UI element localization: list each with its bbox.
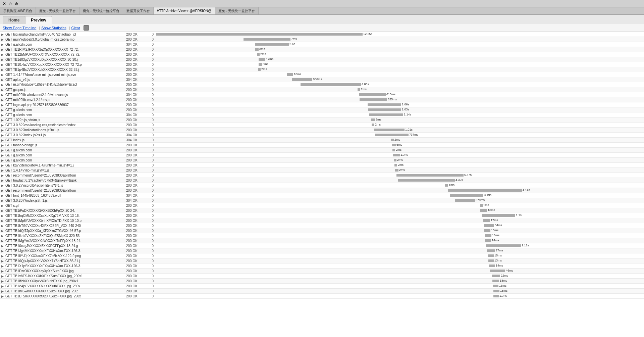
- expand-cell[interactable]: ▶: [0, 173, 5, 178]
- show-page-timeline-link[interactable]: Show Page Timeline: [3, 26, 36, 30]
- expand-cell[interactable]: ▶: [0, 203, 5, 208]
- expand-cell[interactable]: ▶: [0, 284, 5, 289]
- table-row[interactable]: ▶GET index.js304 OK02ms: [0, 138, 644, 143]
- expand-cell[interactable]: ▶: [0, 92, 5, 97]
- table-row[interactable]: ▶GET gccpm.js200 OK02ms: [0, 87, 644, 92]
- expand-cell[interactable]: ▶: [0, 97, 5, 102]
- table-row[interactable]: ▶GET mtb??lib-env/1.2.1/env.js200 OK0625…: [0, 97, 644, 102]
- table-row[interactable]: ▶GET TB1Jg4MKXXXXXcqXFXXHwXm.FXX-126-3.2…: [0, 248, 644, 253]
- expand-cell[interactable]: ▶: [0, 158, 5, 163]
- expand-cell[interactable]: ▶: [0, 263, 5, 269]
- table-row[interactable]: ▶GET TB1p4BcJVXXXXckXXXXXXXXXXX-32-32.j2…: [0, 67, 644, 72]
- table-row[interactable]: ▶GET TB16QjxJpXXXXbVXVXX1Y5oHFXX-56-21.j…: [0, 258, 644, 263]
- expand-cell[interactable]: ▶: [0, 153, 5, 158]
- expand-cell[interactable]: ▶: [0, 72, 5, 77]
- table-row[interactable]: ▶GET g.alicdn.com304 OK01.14s: [0, 112, 644, 117]
- expand-cell[interactable]: ▶: [0, 218, 5, 223]
- table-row[interactable]: ▶GET TB1DzrOKXXXXXayXpXXSutbFXXX.jpg200 …: [0, 269, 644, 274]
- table-row[interactable]: ▶GET TB1ikrbJVXXXXaZXFXXQuZSMpXX-320-532…: [0, 233, 644, 238]
- expand-cell[interactable]: ▶: [0, 248, 5, 253]
- expand-cell[interactable]: ▶: [0, 102, 5, 107]
- table-row[interactable]: ▶GET TB1LTSlKXXXXXbfXpXXSutbFXXX.jpg_290…: [0, 294, 644, 299]
- table-row[interactable]: ▶GET g.alicdn.com304 OK02.6s: [0, 42, 644, 47]
- table-row[interactable]: ▶GET TB1MgYmJVXXXXcWXXXXlTqFFpXX-18-24.2…: [0, 238, 644, 243]
- expand-cell[interactable]: ▶: [0, 243, 5, 248]
- table-row[interactable]: ▶GET recommend?userId=2183203830&platfor…: [0, 173, 644, 178]
- expand-cell[interactable]: ▶: [0, 188, 5, 193]
- expand-cell[interactable]: ▶: [0, 294, 5, 299]
- table-row[interactable]: ▶GET g.alicdn.com200 OK02ms: [0, 158, 644, 163]
- table-row[interactable]: ▶GET tmwlact.6.1?cache=7c7fd34&gmkey=&go…: [0, 178, 644, 183]
- table-row[interactable]: ▶GET aplus_v2.js304 OK0836ms: [0, 77, 644, 82]
- table-row[interactable]: ▶GET biqianghuichang?ttid=700407@taobao_…: [0, 32, 644, 37]
- expand-cell[interactable]: ▶: [0, 128, 5, 133]
- expand-cell[interactable]: ▶: [0, 148, 5, 153]
- expand-cell[interactable]: ▶: [0, 183, 5, 188]
- table-row[interactable]: ▶GET font_1445492603_1634889.woff304 OK0…: [0, 193, 644, 198]
- expand-cell[interactable]: ▶: [0, 57, 5, 62]
- expand-cell[interactable]: ▶: [0, 117, 5, 123]
- tab-preview[interactable]: Preview: [25, 16, 52, 24]
- expand-cell[interactable]: ▶: [0, 168, 5, 173]
- expand-cell[interactable]: ▶: [0, 62, 5, 67]
- expand-cell[interactable]: ▶: [0, 67, 5, 72]
- table-row[interactable]: ▶GET TB1x8ESJVXXXXbXFXXSutbFXXX.jpg_290x…: [0, 274, 644, 279]
- table-row[interactable]: ▶GET taobao-bridge.js200 OK05ms: [0, 143, 644, 148]
- expand-cell[interactable]: ▶: [0, 42, 5, 47]
- table-row[interactable]: ▶GET TB10.4aJVXXXXbpXXXXXXXXXXXX-72-72.p…: [0, 62, 644, 67]
- table-row[interactable]: ▶GET TB1X1pSKXXXXXcFXpXXHwXm.FXX-126-3.2…: [0, 263, 644, 269]
- table-row[interactable]: ▶GET TB1eAjsJVXXXXXNXXXSutbFXXX.jpg_290x…: [0, 284, 644, 289]
- expand-cell[interactable]: ▶: [0, 198, 5, 203]
- browser-tab-2[interactable]: 魔兔 - 无线统一监控平台: [79, 7, 123, 14]
- table-row[interactable]: ▶GET login-api.php?0.2578152380883693720…: [0, 102, 644, 107]
- expand-cell[interactable]: ▶: [0, 269, 5, 274]
- expand-cell[interactable]: ▶: [0, 258, 5, 263]
- table-row[interactable]: ▶GET TB1Mp6YJVXXXXbhhXFXXuTD.FXX-10-10.p…: [0, 218, 644, 223]
- browser-tab-3[interactable]: 数据开发工作台: [123, 7, 154, 14]
- table-row[interactable]: ▶GET 1.4.14??lio-min.js?t=1.js200 OK02ms: [0, 168, 644, 173]
- browser-tab-5[interactable]: 魔兔 - 无线统一监控平台: [215, 7, 259, 14]
- expand-cell[interactable]: ▶: [0, 253, 5, 258]
- table-row[interactable]: ▶GET mui??global/3.0.5/global-m.css,zebr…: [0, 37, 644, 42]
- expand-cell[interactable]: ▶: [0, 47, 5, 52]
- expand-cell[interactable]: ▶: [0, 52, 5, 57]
- expand-cell[interactable]: ▶: [0, 133, 5, 138]
- export-icon[interactable]: [84, 25, 89, 31]
- expand-cell[interactable]: ▶: [0, 82, 5, 87]
- table-row[interactable]: ▶GET g.alicdn.com200 OK011ms: [0, 153, 644, 158]
- table-row[interactable]: ▶GET TB12bMPJFXXXXXTXVXXXXXXXXX-72-72.20…: [0, 52, 644, 57]
- table-row[interactable]: ▶GET g.alicdn.com200 OK02ms: [0, 148, 644, 153]
- table-row[interactable]: ▶GET mtb??lib-windvane/2.1.0/windvane.js…: [0, 92, 644, 97]
- table-row[interactable]: ▶GET TB1RIM2JFXXXXbZXpXXXXXXXXX-72-72.20…: [0, 47, 644, 52]
- expand-cell[interactable]: ▶: [0, 289, 5, 294]
- tab-home[interactable]: Home: [3, 16, 25, 24]
- table-row[interactable]: ▶GET TB1hqCMkXXXXXcsXpXXg72M.VXX-13-16.2…: [0, 213, 644, 218]
- table-row[interactable]: ▶GET TB1hTi9JVXXXXc4XFXX289R_VXX-240-240…: [0, 223, 644, 228]
- table-row[interactable]: ▶GET 3.0.207?index.js?t=1.js304 OK0579ms: [0, 198, 644, 203]
- table-row[interactable]: ▶GET 3.0.2??iscroll5/iscroll-lite.js?t=1…: [0, 183, 644, 188]
- expand-cell[interactable]: ▶: [0, 123, 5, 128]
- table-row[interactable]: ▶GET TB1iPuDKXXXXXtVXXBD0hFpXX-20-24.200…: [0, 208, 644, 213]
- expand-cell[interactable]: ▶: [0, 32, 5, 37]
- expand-cell[interactable]: ▶: [0, 213, 5, 218]
- table-row[interactable]: ▶GET 1.4.14??dom/base-min.js,event-min.j…: [0, 72, 644, 77]
- table-row[interactable]: ▶GET 3.0.8??css/loading.css,css/indicato…: [0, 123, 644, 128]
- expand-cell[interactable]: ▶: [0, 87, 5, 92]
- table-row[interactable]: ▶GET 1.0??p.js,cdn/m.js200 OK05ms: [0, 117, 644, 123]
- table-row[interactable]: ▶GET TB1d03gJVXXXXblXpXXXXXXXXX-30-30.j2…: [0, 57, 644, 62]
- table-row[interactable]: ▶GET m.gif?logtype=1&title=必抢合场&pre=&cac…: [0, 82, 644, 87]
- expand-cell[interactable]: ▶: [0, 178, 5, 183]
- show-statistics-link[interactable]: Show Statistics: [41, 26, 66, 30]
- expand-cell[interactable]: ▶: [0, 77, 5, 82]
- table-row[interactable]: ▶GET 3.0.8??index.js?t=1.js304 OK0737ms: [0, 133, 644, 138]
- expand-cell[interactable]: ▶: [0, 163, 5, 168]
- table-row[interactable]: ▶GET recommend?userId=2183203830&platfor…: [0, 188, 644, 193]
- expand-cell[interactable]: ▶: [0, 112, 5, 117]
- table-row[interactable]: ▶GET TB1dQiTJpXXXXa_XFXXkuZTGVXX-46-57.p…: [0, 228, 644, 233]
- expand-cell[interactable]: ▶: [0, 238, 5, 243]
- expand-cell[interactable]: ▶: [0, 107, 5, 112]
- browser-tab-4[interactable]: HTTP Archive Viewer @VERSION@: [154, 7, 215, 14]
- table-row[interactable]: ▶GET TB1lIYJJpXXXXauXFXX7s6h.VXX-122-9.p…: [0, 253, 644, 258]
- expand-cell[interactable]: ▶: [0, 37, 5, 42]
- expand-cell[interactable]: ▶: [0, 208, 5, 213]
